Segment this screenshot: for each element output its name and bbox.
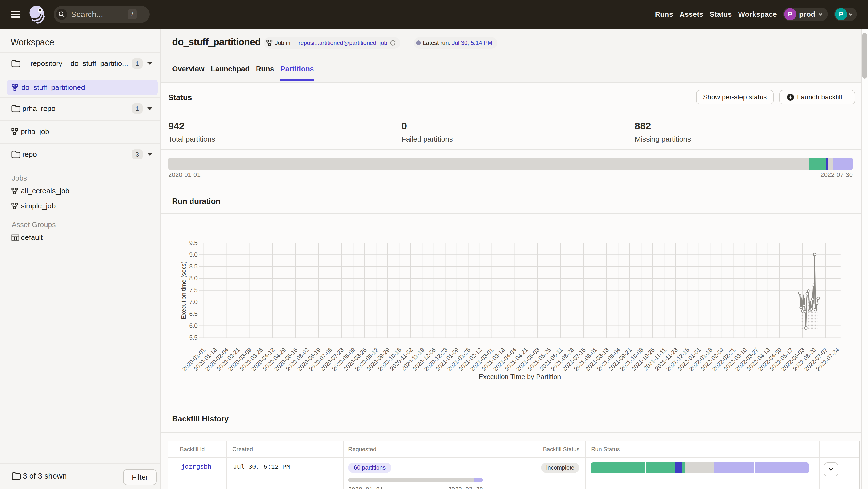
svg-text:6.0: 6.0 xyxy=(189,322,197,329)
svg-text:5.5: 5.5 xyxy=(189,334,197,341)
svg-text:8.5: 8.5 xyxy=(189,263,197,270)
svg-text:7.5: 7.5 xyxy=(189,287,197,293)
svg-text:Execution time (secs): Execution time (secs) xyxy=(180,261,187,319)
svg-text:7.0: 7.0 xyxy=(189,298,197,305)
svg-text:6.5: 6.5 xyxy=(189,311,197,317)
svg-text:8.0: 8.0 xyxy=(189,275,197,282)
svg-text:Execution Time by Partition: Execution Time by Partition xyxy=(478,373,561,381)
svg-text:9.0: 9.0 xyxy=(189,251,197,258)
svg-text:9.5: 9.5 xyxy=(189,239,197,246)
